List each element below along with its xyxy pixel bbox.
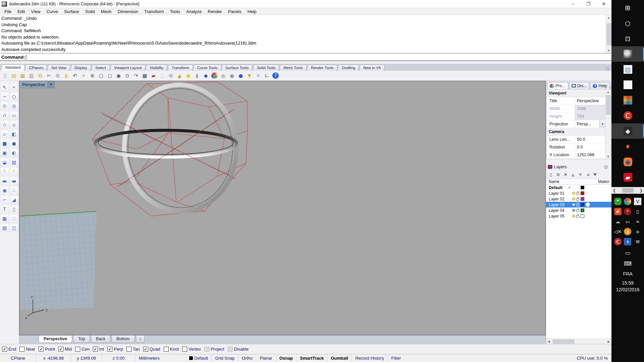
osnap-toggle[interactable]: Project	[204, 347, 224, 352]
osnap-toggle[interactable]: Quad	[143, 347, 160, 352]
layers-gear-icon[interactable]	[604, 165, 608, 169]
toolbar-tab[interactable]: Surface Tools	[221, 65, 253, 71]
power-tray-icon[interactable]: ▭	[624, 218, 631, 225]
menu-item[interactable]: Render	[205, 8, 225, 15]
scroll-right-icon[interactable]: ❯	[640, 188, 643, 193]
scroll-left-icon[interactable]: ◀	[546, 340, 551, 343]
scroll-right-icon[interactable]: ▶	[606, 340, 611, 343]
layer-row[interactable]: Layer 05 ✓	[546, 213, 611, 219]
layer-state-icon[interactable]: ◆	[202, 71, 210, 80]
menu-item[interactable]: Curve	[43, 8, 61, 15]
property-row[interactable]: Height 743 ▼	[547, 113, 605, 120]
osnap-toggle[interactable]: Mid	[58, 347, 72, 352]
point-icon[interactable]: •	[10, 83, 18, 92]
layer-color-swatch[interactable]	[581, 208, 584, 212]
patch-icon[interactable]: ▨	[10, 158, 18, 167]
ccleaner-icon[interactable]: C	[611, 108, 644, 123]
layer-color-swatch[interactable]	[581, 203, 584, 206]
osnap-toggle[interactable]: Tan	[126, 347, 140, 352]
column-name[interactable]: Name	[546, 179, 597, 184]
scroll-up-icon[interactable]: ▲	[606, 15, 611, 20]
toolbar-tab[interactable]: New in V5	[359, 65, 385, 71]
layer-lock-icon[interactable]	[576, 193, 579, 195]
osnap-toggle[interactable]: Point	[39, 347, 55, 352]
layer-lock-icon[interactable]	[576, 210, 579, 212]
status-segment[interactable]: Planar	[256, 354, 276, 362]
layer-lock-icon[interactable]	[576, 204, 579, 206]
lock-icon[interactable]: ▮	[193, 71, 201, 80]
osnap-checkbox[interactable]	[75, 347, 80, 352]
revolve-icon[interactable]: ◒	[0, 158, 9, 167]
toolbar-tab[interactable]: Transform	[167, 65, 193, 71]
box-icon[interactable]: ■	[0, 139, 9, 148]
osnap-checkbox[interactable]	[93, 347, 98, 352]
layer-color-swatch[interactable]	[581, 191, 584, 195]
sync-tray-icon[interactable]: ◆	[634, 228, 641, 235]
osnap-checkbox[interactable]	[126, 347, 131, 352]
menu-item[interactable]: Analyze	[183, 8, 205, 15]
copy-to-clipboard-icon[interactable]: ⧉	[36, 71, 44, 80]
toolbar-tab[interactable]: Curve Tools	[193, 65, 221, 71]
usb-tray-icon[interactable]: ▯	[634, 208, 641, 215]
sketchup-icon[interactable]: ▰	[611, 170, 644, 185]
osnap-checkbox[interactable]	[143, 347, 148, 352]
menu-item[interactable]: View	[28, 8, 43, 15]
osnap-checkbox[interactable]	[2, 347, 7, 352]
split-icon[interactable]: ▬	[10, 177, 18, 185]
toolbar-tab[interactable]: Visibility	[146, 65, 168, 71]
taskbar-overflow-scrollbar[interactable]: ❮ ❯	[611, 187, 644, 194]
layer-color-swatch[interactable]	[581, 214, 584, 218]
layer-visibility-bulb-icon[interactable]	[572, 209, 575, 212]
status-segment[interactable]: Gumball	[327, 354, 352, 362]
mail-tray-icon[interactable]: ✉	[634, 238, 641, 245]
status-segment[interactable]: x -4196.86	[36, 354, 71, 362]
osnap-toggle[interactable]: Int	[93, 347, 104, 352]
viewport-tab[interactable]: Bottom	[111, 336, 135, 343]
status-segment[interactable]: Default	[186, 354, 212, 362]
menu-item[interactable]: File	[1, 8, 14, 15]
open-file-icon[interactable]: ▤	[10, 71, 18, 80]
status-segment[interactable]: Grid Snap	[212, 354, 238, 362]
tab-properties[interactable]: Pro...	[547, 82, 568, 89]
viewport-tab[interactable]: Perspective	[39, 336, 72, 343]
polygon-icon[interactable]: ◇	[0, 120, 9, 129]
layer-row[interactable]: Layer 02 ✓	[546, 196, 611, 202]
property-row[interactable]: X Location 1252.066 ▼	[547, 151, 605, 159]
task-view-icon[interactable]: ⊡	[611, 31, 644, 46]
blender-icon[interactable]: ◉	[611, 154, 644, 170]
column-material[interactable]: Materi	[597, 179, 611, 184]
osnap-checkbox[interactable]	[182, 347, 187, 352]
cut-icon[interactable]: ✂	[45, 71, 53, 80]
group-icon[interactable]: ▧	[0, 224, 9, 232]
named-cplane-icon[interactable]: ▲	[175, 71, 184, 80]
osnap-checkbox[interactable]	[107, 347, 112, 352]
control-point-curve-icon[interactable]: ~	[0, 92, 9, 101]
libreoffice-writer-icon[interactable]: ▤	[611, 62, 644, 77]
undo-icon[interactable]: ↶	[71, 71, 79, 80]
notification-center-icon[interactable]: ▭	[611, 247, 644, 258]
nero-flame-icon[interactable]: ♦	[611, 139, 644, 154]
layer-material-dot[interactable]	[586, 202, 590, 207]
cloud-tray-icon[interactable]: ☁	[614, 218, 622, 225]
status-segment[interactable]: z 0.00	[102, 354, 136, 362]
layer-visibility-bulb-icon[interactable]	[572, 192, 575, 195]
start-button[interactable]: ⊞	[611, 0, 644, 15]
four-viewports-icon[interactable]: ▦	[141, 71, 149, 80]
toolbar-tab[interactable]: Render Tools	[307, 65, 338, 71]
scroll-down-icon[interactable]: ▼	[606, 48, 611, 53]
rhino-taskbar-icon[interactable]	[611, 46, 644, 62]
status-segment[interactable]: Osnap	[276, 354, 297, 362]
arc-icon[interactable]: ∩	[0, 111, 9, 120]
zoom-selected-icon[interactable]: ◉	[114, 71, 123, 80]
collapse-icon[interactable]: ◀	[584, 171, 591, 178]
pan-hand-icon[interactable]: +	[79, 71, 88, 80]
move-layer-down-icon[interactable]: ▼	[577, 171, 584, 178]
osnap-checkbox[interactable]	[228, 347, 233, 352]
property-row[interactable]: Lens Len... 50.0 ▼	[547, 136, 605, 143]
system-tool-tray-icon[interactable]: +	[624, 238, 631, 245]
isometric-view-icon[interactable]: ◌	[158, 71, 166, 80]
zoom-dynamic-icon[interactable]: ○	[97, 71, 105, 80]
volume-muted-tray-icon[interactable]: ◁✕	[614, 228, 622, 235]
ellipse-icon[interactable]: ◎	[10, 102, 18, 110]
zoom-window-icon[interactable]: ◻	[106, 71, 114, 80]
